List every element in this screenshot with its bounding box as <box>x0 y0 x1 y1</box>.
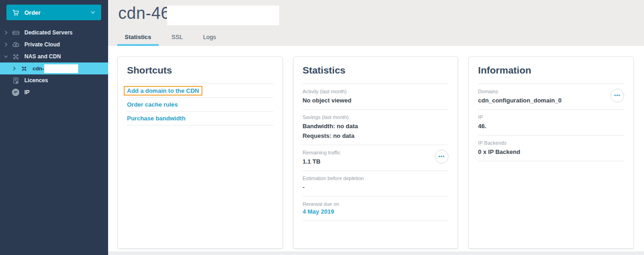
sidebar: Order Dedicated Servers Private Cloud NA… <box>0 0 108 255</box>
information-fields: Domains cdn_configuration_domain_0 ••• I… <box>478 84 624 161</box>
field-renewal: Renewal due on 4 May 2019 <box>303 196 449 221</box>
field-value: Bandwidth: no data <box>303 122 449 130</box>
field-label: IP Backends <box>478 140 624 146</box>
cloud-lock-icon <box>12 41 20 49</box>
sidebar-item-label: Private Cloud <box>24 41 60 48</box>
order-cache-rules-link[interactable]: Order cache rules <box>127 101 178 108</box>
footer-strip <box>108 251 644 255</box>
renewal-date-link[interactable]: 4 May 2019 <box>303 208 334 215</box>
purchase-bandwidth-link[interactable]: Purchase bandwidth <box>127 115 185 122</box>
tab-logs[interactable]: Logs <box>196 29 223 46</box>
field-value: 0 x IP Backend <box>478 148 624 156</box>
statistics-fields: Activity (last month) No object viewed S… <box>303 84 449 221</box>
field-label: Savings (last month) <box>303 114 449 120</box>
field-value: Requests: no data <box>303 132 449 140</box>
sidebar-item-label: NAS and CDN <box>24 53 61 60</box>
field-label: Domains <box>478 88 624 95</box>
sidebar-item-label: Licences <box>24 77 48 84</box>
card-title: Shortcuts <box>127 63 273 77</box>
order-button-label: Order <box>24 9 90 16</box>
ellipsis-icon: ••• <box>439 154 445 159</box>
chevron-right-icon <box>4 30 8 35</box>
field-label: Estimation before depletion <box>303 175 449 181</box>
shortcut-row: Purchase bandwidth <box>127 111 273 125</box>
tab-statistics[interactable]: Statistics <box>117 29 159 46</box>
content-area: Shortcuts Add a domain to the CDN Order … <box>108 46 644 251</box>
sidebar-item-label: IP <box>24 89 29 96</box>
information-card: Information Domains cdn_configuration_do… <box>468 57 634 249</box>
tab-bar: Statistics SSL Logs <box>117 29 224 46</box>
field-activity: Activity (last month) No object viewed <box>303 84 449 109</box>
field-ip-backends: IP Backends 0 x IP Backend <box>478 135 624 161</box>
ip-icon: IP <box>12 89 20 96</box>
sidebar-item-dedicated-servers[interactable]: Dedicated Servers <box>0 27 108 39</box>
app-window: Order Dedicated Servers Private Cloud NA… <box>0 0 644 255</box>
add-domain-to-cdn-link[interactable]: Add a domain to the CDN <box>124 86 202 96</box>
main-area: cdn-46.. Statistics SSL Logs Shortcuts A… <box>108 0 644 255</box>
field-value: No object viewed <box>303 96 449 104</box>
sidebar-item-cdn-service[interactable]: cdn-46. <box>0 62 108 74</box>
chevron-down-icon <box>4 54 8 59</box>
field-ip: IP 46. <box>478 109 624 135</box>
sidebar-nav: Dedicated Servers Private Cloud NAS and … <box>0 27 108 98</box>
field-label: Remaining traffic <box>303 149 449 156</box>
licence-icon <box>12 77 20 85</box>
card-title: Information <box>478 63 624 77</box>
field-estimation: Estimation before depletion - <box>303 170 449 196</box>
field-remaining-traffic: Remaining traffic 1.1 TB ••• <box>303 145 449 170</box>
cdn-service-icon <box>18 63 29 74</box>
sidebar-item-label: Dedicated Servers <box>24 29 73 36</box>
sidebar-item-licences[interactable]: Licences <box>0 74 108 86</box>
shortcuts-card: Shortcuts Add a domain to the CDN Order … <box>117 57 283 249</box>
field-domains: Domains cdn_configuration_domain_0 ••• <box>478 84 624 109</box>
cart-icon <box>12 9 20 17</box>
statistics-card: Statistics Activity (last month) No obje… <box>293 57 459 249</box>
shortcut-row: Order cache rules <box>127 97 273 111</box>
page-header: cdn-46.. Statistics SSL Logs <box>108 0 644 46</box>
sidebar-item-ip[interactable]: IP IP <box>0 86 108 98</box>
field-value: 1.1 TB <box>303 158 449 165</box>
field-savings: Savings (last month) Bandwidth: no data … <box>303 109 449 145</box>
sidebar-item-private-cloud[interactable]: Private Cloud <box>0 39 108 51</box>
sidebar-item-nas-and-cdn[interactable]: NAS and CDN <box>0 51 108 62</box>
chevron-down-icon <box>90 10 96 15</box>
field-value: 46. <box>478 122 624 130</box>
shortcut-row: Add a domain to the CDN <box>127 84 273 97</box>
redaction-box <box>167 6 279 25</box>
field-value: - <box>303 183 449 191</box>
order-button[interactable]: Order <box>6 5 101 20</box>
field-label: Activity (last month) <box>303 88 449 95</box>
chevron-right-icon <box>12 66 17 71</box>
ellipsis-icon: ••• <box>614 93 621 98</box>
field-label: Renewal due on <box>303 201 449 207</box>
redaction-box <box>44 64 78 73</box>
field-label: IP <box>478 114 624 120</box>
server-icon <box>12 29 20 37</box>
more-options-button[interactable]: ••• <box>610 89 624 102</box>
tab-ssl[interactable]: SSL <box>164 29 190 46</box>
shortcut-list: Add a domain to the CDN Order cache rule… <box>127 84 273 125</box>
field-value: cdn_configuration_domain_0 <box>478 96 624 104</box>
chevron-right-icon <box>4 42 8 47</box>
card-title: Statistics <box>303 63 449 77</box>
nas-cdn-icon <box>12 53 20 61</box>
